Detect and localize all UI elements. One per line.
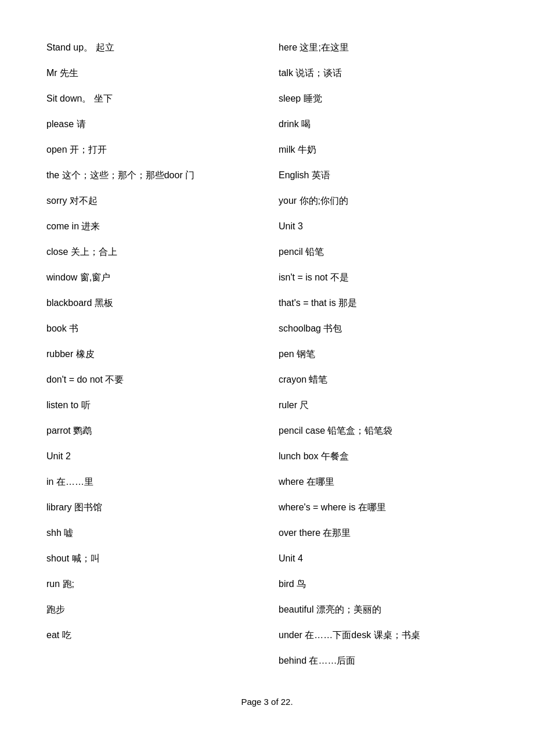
vocab-item: milk 牛奶 — [279, 137, 488, 163]
vocab-item: behind 在……后面 — [279, 648, 488, 674]
vocab-item: open 开；打开 — [46, 137, 255, 163]
vocab-item: in 在……里 — [46, 469, 255, 495]
vocab-item: talk 说话；谈话 — [279, 60, 488, 86]
vocab-item: the 这个；这些；那个；那些door 门 — [46, 163, 255, 188]
vocab-item: 跑步 — [46, 597, 255, 622]
vocab-item: please 请 — [46, 111, 255, 137]
vocab-item: isn't = is not 不是 — [279, 265, 488, 290]
vocab-item: Unit 2 — [46, 444, 255, 469]
vocab-item: pen 钢笔 — [279, 341, 488, 367]
vocab-item: shh 嘘 — [46, 520, 255, 546]
vocab-item: sleep 睡觉 — [279, 86, 488, 111]
vocab-item: drink 喝 — [279, 111, 488, 137]
vocab-item: library 图书馆 — [46, 495, 255, 520]
vocab-item: ruler 尺 — [279, 393, 488, 418]
vocab-grid: Stand up。 起立Mr 先生Sit down。 坐下please 请ope… — [46, 35, 488, 674]
vocab-item: that's = that is 那是 — [279, 290, 488, 316]
vocab-item: where's = where is 在哪里 — [279, 495, 488, 520]
column-right: here 这里;在这里talk 说话；谈话sleep 睡觉drink 喝milk… — [279, 35, 488, 674]
vocab-item: sorry 对不起 — [46, 188, 255, 214]
vocab-item: bird 鸟 — [279, 571, 488, 597]
vocab-item: beautiful 漂亮的；美丽的 — [279, 597, 488, 622]
vocab-item: don't = do not 不要 — [46, 367, 255, 393]
vocab-item: parrot 鹦鹉 — [46, 418, 255, 444]
vocab-item: your 你的;你们的 — [279, 188, 488, 214]
vocab-item: Mr 先生 — [46, 60, 255, 86]
vocab-item: rubber 橡皮 — [46, 341, 255, 367]
vocab-item: over there 在那里 — [279, 520, 488, 546]
vocab-item: come in 进来 — [46, 214, 255, 239]
vocab-item: pencil case 铅笔盒；铅笔袋 — [279, 418, 488, 444]
vocab-item: window 窗,窗户 — [46, 265, 255, 290]
vocab-item: lunch box 午餐盒 — [279, 444, 488, 469]
vocab-item: eat 吃 — [46, 622, 255, 648]
vocab-item: crayon 蜡笔 — [279, 367, 488, 393]
vocab-item: Unit 4 — [279, 546, 488, 571]
vocab-item: blackboard 黑板 — [46, 290, 255, 316]
vocab-item: Stand up。 起立 — [46, 35, 255, 60]
vocab-item: book 书 — [46, 316, 255, 341]
vocab-item: shout 喊；叫 — [46, 546, 255, 571]
vocab-item: close 关上；合上 — [46, 239, 255, 265]
page-footer: Page 3 of 22. — [46, 697, 488, 707]
vocab-item: here 这里;在这里 — [279, 35, 488, 60]
column-left: Stand up。 起立Mr 先生Sit down。 坐下please 请ope… — [46, 35, 255, 674]
vocab-item: pencil 铅笔 — [279, 239, 488, 265]
vocab-item: schoolbag 书包 — [279, 316, 488, 341]
vocab-item: Sit down。 坐下 — [46, 86, 255, 111]
vocab-item: English 英语 — [279, 163, 488, 188]
vocab-item: where 在哪里 — [279, 469, 488, 495]
vocab-item: listen to 听 — [46, 393, 255, 418]
vocab-item: run 跑; — [46, 571, 255, 597]
vocab-item: Unit 3 — [279, 214, 488, 239]
vocab-item: under 在……下面desk 课桌；书桌 — [279, 622, 488, 648]
